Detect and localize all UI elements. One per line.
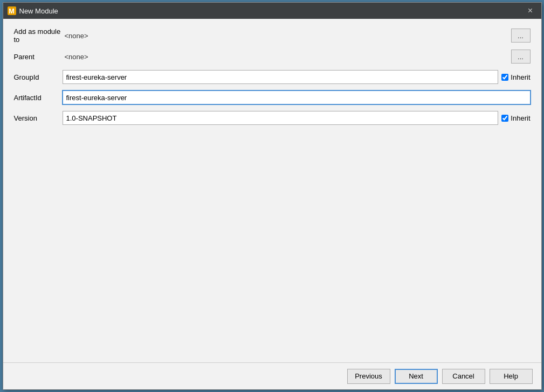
- group-id-inherit-label: Inherit: [501, 73, 530, 81]
- dialog-icon: M: [8, 6, 16, 15]
- new-module-dialog: M New Module × Add as module to <none> .…: [3, 2, 542, 390]
- group-id-inherit-text: Inherit: [511, 73, 530, 81]
- group-id-label: GroupId: [14, 73, 63, 81]
- previous-button[interactable]: Previous: [347, 369, 390, 384]
- next-button[interactable]: Next: [395, 369, 438, 384]
- parent-label: Parent: [14, 53, 63, 61]
- parent-value: <none>: [65, 53, 88, 61]
- group-id-input[interactable]: [63, 70, 499, 84]
- dialog-body: Add as module to <none> ... Parent <none…: [3, 19, 541, 362]
- dialog-title: New Module: [19, 7, 58, 15]
- add-as-module-browse-button[interactable]: ...: [511, 29, 531, 43]
- version-input[interactable]: [63, 111, 499, 125]
- add-as-module-row: Add as module to <none> ...: [14, 27, 531, 44]
- version-inherit-text: Inherit: [511, 114, 530, 122]
- close-button[interactable]: ×: [524, 4, 537, 17]
- artifact-id-label: ArtifactId: [14, 94, 63, 102]
- version-label: Version: [14, 114, 63, 122]
- title-bar: M New Module ×: [3, 3, 541, 19]
- version-inherit-label: Inherit: [501, 114, 530, 122]
- title-bar-left: M New Module: [8, 6, 58, 15]
- help-button[interactable]: Help: [490, 369, 533, 384]
- cancel-button[interactable]: Cancel: [442, 369, 485, 384]
- parent-browse-button[interactable]: ...: [511, 50, 531, 64]
- group-id-inherit-checkbox[interactable]: [501, 74, 508, 81]
- artifact-id-input[interactable]: [63, 90, 531, 104]
- artifact-id-row: ArtifactId: [14, 90, 531, 105]
- add-as-module-label: Add as module to: [14, 27, 63, 44]
- add-as-module-value: <none>: [65, 32, 88, 40]
- parent-row: Parent <none> ...: [14, 49, 531, 64]
- group-id-row: GroupId Inherit: [14, 69, 531, 85]
- dialog-footer: Previous Next Cancel Help: [3, 362, 541, 389]
- version-row: Version Inherit: [14, 110, 531, 125]
- version-inherit-checkbox[interactable]: [501, 115, 508, 122]
